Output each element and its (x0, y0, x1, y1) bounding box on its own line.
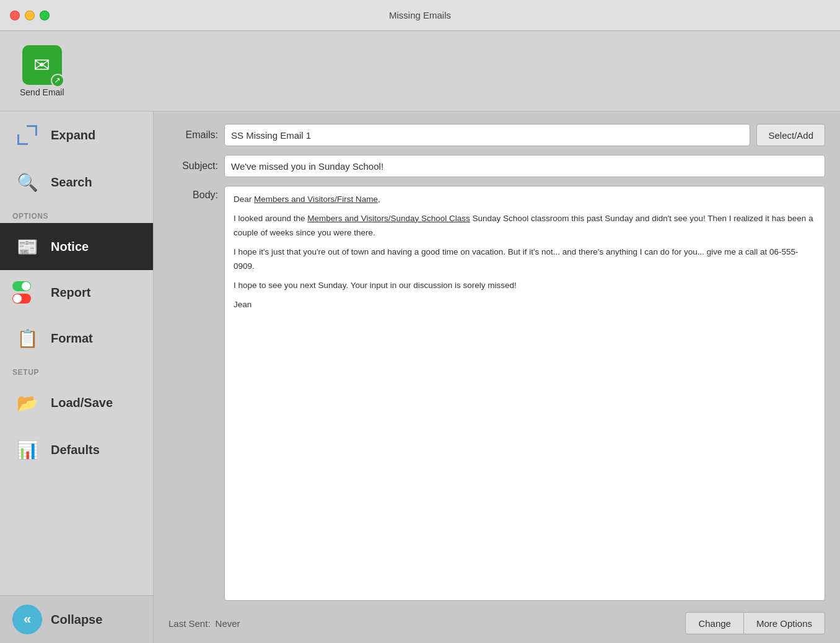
sidebar-defaults-label: Defaults (51, 443, 100, 457)
sidebar-item-format[interactable]: 📋 Format (0, 315, 153, 362)
minimize-button[interactable] (25, 11, 35, 20)
more-options-button[interactable]: More Options (744, 612, 825, 634)
options-section-header: OPTIONS (0, 206, 153, 223)
sidebar-item-load-save[interactable]: 📂 Load/Save (0, 379, 153, 426)
sidebar-format-label: Format (51, 331, 93, 346)
search-icon: 🔍 (12, 167, 42, 197)
main-layout: Expand 🔍 Search OPTIONS 📰 Notice Repor (0, 112, 840, 643)
sidebar-spacer (0, 473, 153, 595)
bottom-actions: Change More Options (685, 612, 825, 634)
emails-label: Emails: (168, 129, 218, 141)
sidebar-notice-label: Notice (51, 240, 89, 254)
emails-input[interactable] (224, 124, 750, 146)
sidebar-item-defaults[interactable]: 📊 Defaults (0, 426, 153, 473)
change-button[interactable]: Change (685, 612, 744, 634)
titlebar: Missing Emails (0, 0, 840, 31)
titlebar-buttons (10, 11, 50, 20)
sidebar: Expand 🔍 Search OPTIONS 📰 Notice Repor (0, 112, 154, 643)
folder-icon: 📂 (12, 388, 42, 418)
format-icon: 📋 (12, 323, 42, 353)
sidebar-item-notice[interactable]: 📰 Notice (0, 223, 153, 270)
toggle-off-icon (12, 294, 31, 304)
merge-field-class: Members and Visitors/Sunday School Class (307, 214, 470, 223)
send-email-icon: ↗ (22, 45, 62, 85)
select-add-button[interactable]: Select/Add (756, 124, 825, 146)
setup-section-header: SETUP (0, 362, 153, 379)
subject-row: Subject: (168, 155, 825, 177)
sidebar-item-expand[interactable]: Expand (0, 112, 153, 159)
send-arrow-icon: ↗ (51, 74, 64, 87)
expand-arrows-icon (16, 124, 38, 146)
merge-field-name: Members and Visitors/First Name (254, 195, 378, 204)
expand-icon (12, 120, 42, 150)
subject-input[interactable] (224, 155, 825, 177)
report-toggles-icon (12, 281, 42, 304)
sidebar-item-report[interactable]: Report (0, 270, 153, 315)
collapse-label: Collapse (51, 613, 102, 627)
sidebar-item-search[interactable]: 🔍 Search (0, 159, 153, 206)
close-button[interactable] (10, 11, 20, 20)
send-email-label: Send Email (20, 87, 64, 97)
sidebar-search-label: Search (51, 175, 92, 190)
notice-icon: 📰 (12, 232, 42, 261)
bottom-bar: Last Sent: Never Change More Options (168, 603, 825, 643)
last-sent-section: Last Sent: Never (168, 618, 240, 629)
toggle-on-icon (12, 281, 31, 291)
last-sent-label: Last Sent: (168, 618, 211, 629)
maximize-button[interactable] (40, 11, 50, 20)
sidebar-load-save-label: Load/Save (51, 396, 113, 410)
emails-row: Emails: Select/Add (168, 124, 825, 146)
collapse-icon: « (12, 605, 42, 634)
content-area: Emails: Select/Add Subject: Body: Dear M… (154, 112, 840, 643)
body-display[interactable]: Dear Members and Visitors/First Name, I … (224, 186, 825, 601)
last-sent-value: Never (216, 618, 240, 629)
body-row: Body: Dear Members and Visitors/First Na… (168, 186, 825, 601)
sidebar-collapse-button[interactable]: « Collapse (0, 595, 153, 643)
send-email-button[interactable]: ↗ Send Email (12, 40, 72, 102)
body-label: Body: (168, 186, 218, 201)
sidebar-expand-label: Expand (51, 128, 95, 142)
subject-label: Subject: (168, 160, 218, 172)
sidebar-report-label: Report (51, 286, 90, 300)
defaults-icon: 📊 (12, 435, 42, 465)
window-title: Missing Emails (389, 10, 451, 20)
toolbar: ↗ Send Email (0, 31, 840, 112)
